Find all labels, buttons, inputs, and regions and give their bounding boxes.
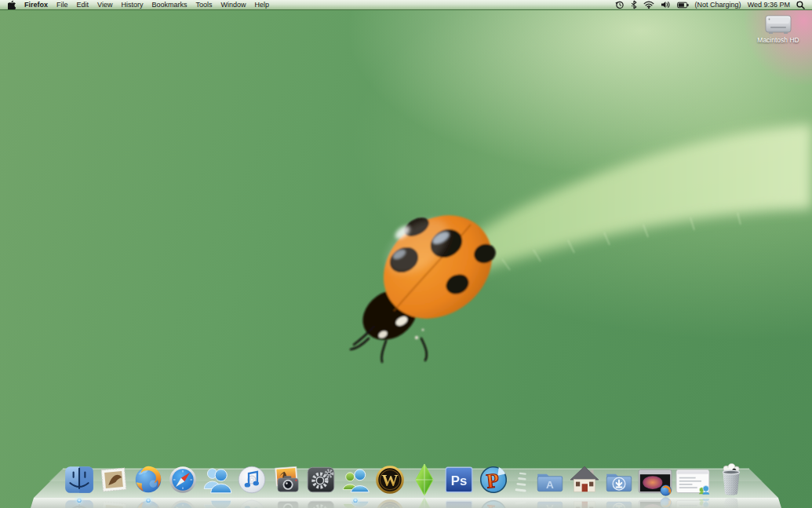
spotlight-search-icon[interactable]	[796, 1, 805, 9]
dock-item-mail[interactable]	[97, 463, 130, 496]
desktop-icon-macintosh-hd[interactable]: Macintosh HD	[754, 13, 803, 44]
desktop[interactable]: Firefox File Edit View History Bookmarks…	[0, 0, 812, 508]
dock-item-photoshop[interactable]: Ps	[442, 463, 475, 496]
battery-status-text: (Not Charging)	[695, 1, 741, 9]
dock-item-ichat[interactable]	[201, 463, 234, 496]
menu-bar: Firefox File Edit View History Bookmarks…	[0, 0, 812, 10]
dock-item-iphoto[interactable]	[270, 463, 303, 496]
svg-text:W: W	[381, 471, 398, 490]
apple-menu[interactable]	[8, 0, 16, 9]
dock-item-minimized-firefox-window[interactable]	[637, 468, 673, 496]
menu-history[interactable]: History	[121, 1, 143, 9]
dock-item-the-sims[interactable]	[408, 463, 441, 496]
menu-edit[interactable]: Edit	[77, 1, 89, 9]
dock-icons: W Ps	[0, 460, 812, 496]
dock-item-downloads-folder[interactable]	[603, 463, 635, 496]
svg-text:P: P	[485, 469, 500, 493]
desktop-icon-label: Macintosh HD	[754, 36, 803, 44]
dock-item-system-preferences[interactable]	[304, 463, 337, 496]
menu-window[interactable]: Window	[220, 1, 246, 9]
dock-item-minimized-messenger-window[interactable]	[675, 468, 711, 496]
volume-icon[interactable]	[661, 1, 671, 9]
dock: W Ps	[0, 459, 812, 508]
dock-item-safari[interactable]	[166, 463, 199, 496]
dock-item-itunes[interactable]	[235, 463, 268, 496]
dock-item-msn-messenger[interactable]	[339, 463, 372, 496]
hard-drive-icon	[754, 13, 803, 35]
dock-item-applications-folder[interactable]: A	[533, 463, 566, 496]
dock-item-finder[interactable]	[63, 463, 96, 496]
time-machine-icon[interactable]	[615, 0, 624, 9]
dock-item-firefox[interactable]	[132, 463, 165, 496]
wifi-icon[interactable]	[643, 1, 654, 9]
bluetooth-icon[interactable]	[631, 0, 637, 9]
svg-text:Ps: Ps	[450, 473, 467, 488]
dock-separator	[512, 463, 532, 496]
dock-item-trash[interactable]	[712, 460, 750, 496]
menu-bookmarks[interactable]: Bookmarks	[151, 1, 187, 9]
menu-file[interactable]: File	[56, 1, 68, 9]
menu-help[interactable]: Help	[254, 1, 269, 9]
menu-tools[interactable]: Tools	[195, 1, 212, 9]
dock-item-home[interactable]	[568, 463, 601, 496]
menu-clock[interactable]: Wed 9:36 PM	[748, 1, 790, 9]
menu-view[interactable]: View	[97, 1, 112, 9]
dock-item-world-of-warcraft[interactable]: W	[373, 463, 406, 496]
battery-icon[interactable]	[677, 2, 689, 9]
dock-item-p-app[interactable]: P	[477, 463, 510, 496]
app-menu-firefox[interactable]: Firefox	[24, 1, 48, 9]
wallpaper-ladybug-photo	[0, 0, 812, 508]
svg-text:A: A	[546, 479, 554, 491]
